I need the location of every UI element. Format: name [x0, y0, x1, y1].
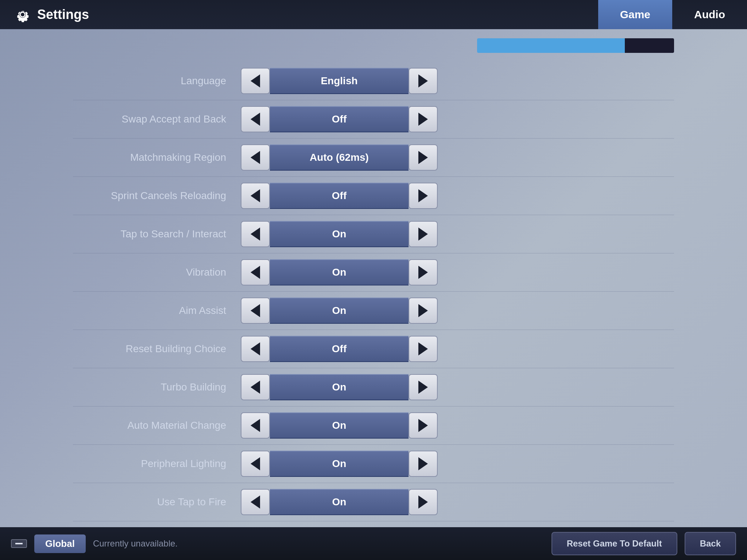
arrow-right-btn[interactable] [409, 106, 438, 132]
setting-label: Turbo Building [73, 381, 241, 393]
arrow-left-btn[interactable] [241, 259, 270, 285]
setting-value: Auto (62ms) [270, 144, 409, 171]
arrow-right-btn[interactable] [409, 221, 438, 247]
arrow-right-btn[interactable] [409, 374, 438, 400]
setting-control: Off [241, 183, 438, 209]
right-arrow-icon [418, 113, 428, 126]
left-arrow-icon [251, 304, 260, 317]
arrow-right-btn[interactable] [409, 68, 438, 94]
setting-label: Use Tap to Fire [73, 496, 241, 508]
left-arrow-icon [251, 419, 260, 432]
setting-row: Swap Accept and Back Off [73, 100, 674, 139]
setting-row: Peripheral Lighting On [73, 445, 674, 483]
setting-label: Reset Building Choice [73, 343, 241, 355]
setting-row: Language English [73, 62, 674, 100]
setting-control: English [241, 68, 438, 94]
setting-label: Language [73, 75, 241, 87]
setting-label: Swap Accept and Back [73, 113, 241, 125]
arrow-left-btn[interactable] [241, 374, 270, 400]
left-arrow-icon [251, 151, 260, 164]
setting-label: Vibration [73, 267, 241, 278]
right-arrow-icon [418, 419, 428, 432]
right-arrow-icon [418, 342, 428, 355]
setting-control: On [241, 451, 438, 477]
arrow-right-btn[interactable] [409, 183, 438, 209]
setting-row: Vibration On [73, 253, 674, 292]
left-arrow-icon [251, 342, 260, 355]
setting-control: On [241, 374, 438, 400]
slider-row [73, 29, 674, 62]
arrow-right-btn[interactable] [409, 451, 438, 477]
setting-row: Matchmaking Region Auto (62ms) [73, 139, 674, 177]
slider-container[interactable] [477, 36, 674, 55]
app-title: Settings [37, 7, 89, 22]
left-arrow-icon [251, 113, 260, 126]
right-arrow-icon [418, 457, 428, 470]
gear-icon [15, 7, 31, 23]
arrow-left-btn[interactable] [241, 144, 270, 171]
bottom-icon [11, 539, 27, 548]
right-arrow-icon [418, 304, 428, 317]
setting-control: On [241, 298, 438, 324]
tab-game[interactable]: Game [598, 0, 672, 29]
left-arrow-icon [251, 74, 260, 88]
setting-value: Off [270, 336, 409, 362]
setting-control: On [241, 221, 438, 247]
reset-game-button[interactable]: Reset Game To Default [551, 532, 677, 555]
global-tab[interactable]: Global [34, 534, 86, 553]
bottom-icon-inner [15, 543, 23, 544]
left-arrow-icon [251, 457, 260, 470]
setting-value: On [270, 221, 409, 247]
setting-row: Aim Assist On [73, 292, 674, 330]
arrow-left-btn[interactable] [241, 489, 270, 515]
arrow-left-btn[interactable] [241, 336, 270, 362]
right-arrow-icon [418, 151, 428, 164]
arrow-left-btn[interactable] [241, 183, 270, 209]
left-arrow-icon [251, 495, 260, 509]
arrow-right-btn[interactable] [409, 144, 438, 171]
right-arrow-icon [418, 74, 428, 88]
setting-row: Reset Building Choice Off [73, 330, 674, 368]
setting-control: Off [241, 106, 438, 132]
arrow-left-btn[interactable] [241, 298, 270, 324]
setting-value: On [270, 298, 409, 324]
arrow-right-btn[interactable] [409, 259, 438, 285]
setting-value: Off [270, 183, 409, 209]
setting-row: Turbo Building On [73, 368, 674, 407]
setting-value: Off [270, 106, 409, 132]
arrow-left-btn[interactable] [241, 106, 270, 132]
setting-value: On [270, 374, 409, 400]
right-arrow-icon [418, 266, 428, 279]
tab-audio[interactable]: Audio [672, 0, 747, 29]
setting-label: Sprint Cancels Reloading [73, 190, 241, 202]
content-area: Language English Swap Accept and Back Of… [0, 29, 747, 527]
slider-fill [477, 38, 625, 53]
left-arrow-icon [251, 189, 260, 202]
setting-control: Auto (62ms) [241, 144, 438, 171]
arrow-right-btn[interactable] [409, 336, 438, 362]
setting-label: Tap to Search / Interact [73, 228, 241, 240]
arrow-left-btn[interactable] [241, 451, 270, 477]
right-arrow-icon [418, 228, 428, 241]
arrow-left-btn[interactable] [241, 221, 270, 247]
setting-control: Off [241, 336, 438, 362]
setting-value: On [270, 259, 409, 285]
top-bar: Settings Game Audio [0, 0, 747, 29]
right-arrow-icon [418, 189, 428, 202]
arrow-left-btn[interactable] [241, 412, 270, 439]
slider-empty [625, 38, 674, 53]
setting-control: On [241, 489, 438, 515]
right-arrow-icon [418, 495, 428, 509]
left-arrow-icon [251, 266, 260, 279]
setting-value: On [270, 489, 409, 515]
setting-value: English [270, 68, 409, 94]
setting-row: Use Tap to Fire On [73, 483, 674, 521]
back-button[interactable]: Back [685, 532, 736, 555]
status-text: Currently unavailable. [93, 538, 544, 549]
arrow-right-btn[interactable] [409, 489, 438, 515]
arrow-right-btn[interactable] [409, 298, 438, 324]
arrow-left-btn[interactable] [241, 68, 270, 94]
setting-label: Matchmaking Region [73, 152, 241, 163]
setting-control: On [241, 412, 438, 439]
arrow-right-btn[interactable] [409, 412, 438, 439]
